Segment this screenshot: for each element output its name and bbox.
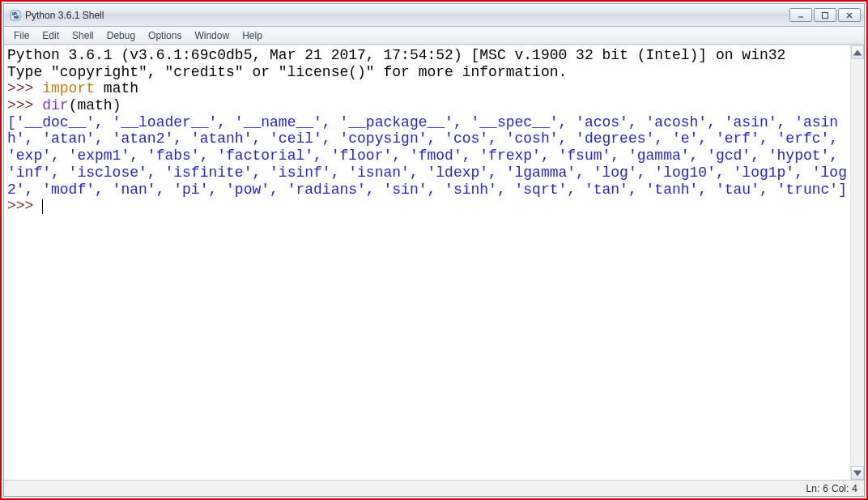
status-col-label: Col:	[832, 483, 849, 494]
svg-rect-0	[11, 11, 20, 20]
python-idle-icon	[9, 9, 22, 22]
status-ln-label: Ln:	[806, 483, 820, 494]
menu-edit[interactable]: Edit	[36, 28, 66, 43]
prompt-1: >>>	[7, 80, 42, 96]
close-button[interactable]	[838, 8, 861, 22]
menu-debug[interactable]: Debug	[100, 28, 142, 43]
import-keyword: import	[42, 80, 95, 96]
prompt-3: >>>	[7, 198, 42, 214]
text-cursor	[42, 199, 43, 214]
banner-line-1: Python 3.6.1 (v3.6.1:69c0db5, Mar 21 201…	[7, 47, 785, 63]
status-col-value: 4	[852, 483, 857, 494]
svg-marker-6	[853, 49, 862, 55]
scroll-down-button[interactable]	[851, 466, 864, 480]
svg-rect-3	[823, 12, 828, 18]
banner-line-2: Type "copyright", "credits" or "license(…	[7, 64, 567, 80]
prompt-2: >>>	[7, 97, 42, 113]
menu-help[interactable]: Help	[236, 28, 269, 43]
outer-red-border: Python 3.6.1 Shell File Edit Shell Debug…	[0, 0, 868, 500]
svg-point-1	[13, 12, 14, 13]
shell-text-area[interactable]: Python 3.6.1 (v3.6.1:69c0db5, Mar 21 201…	[4, 45, 850, 480]
window-title: Python 3.6.1 Shell	[25, 10, 789, 21]
scrollbar-track[interactable]	[851, 59, 864, 466]
dir-output: ['__doc__', '__loader__', '__name__', '_…	[7, 114, 847, 198]
menu-options[interactable]: Options	[142, 28, 188, 43]
python-shell-window: Python 3.6.1 Shell File Edit Shell Debug…	[3, 3, 865, 497]
menubar: File Edit Shell Debug Options Window Hel…	[4, 27, 864, 45]
minimize-button[interactable]	[789, 8, 812, 22]
window-controls	[789, 8, 861, 22]
menu-file[interactable]: File	[7, 28, 36, 43]
scroll-up-button[interactable]	[851, 45, 864, 59]
statusbar: Ln: 6 Col: 4	[4, 480, 864, 496]
titlebar[interactable]: Python 3.6.1 Shell	[4, 4, 864, 27]
svg-marker-7	[853, 470, 862, 476]
menu-window[interactable]: Window	[188, 28, 236, 43]
dir-args: (math)	[69, 97, 121, 113]
maximize-button[interactable]	[814, 8, 836, 22]
dir-builtin: dir	[42, 97, 68, 113]
import-target: math	[95, 80, 138, 96]
menu-shell[interactable]: Shell	[66, 28, 100, 43]
vertical-scrollbar[interactable]	[850, 45, 864, 480]
content-area: Python 3.6.1 (v3.6.1:69c0db5, Mar 21 201…	[4, 45, 864, 480]
status-ln-value: 6	[823, 483, 828, 494]
